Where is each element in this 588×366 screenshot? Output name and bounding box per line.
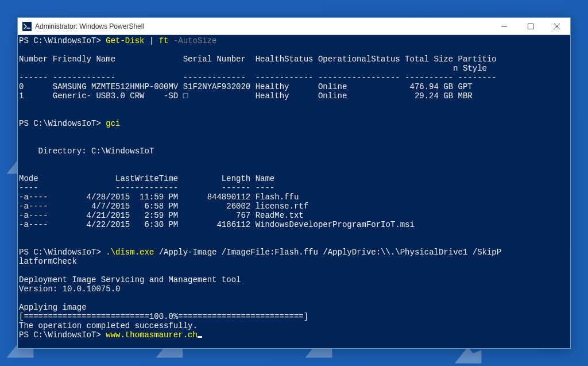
powershell-window: Administrator: Windows PowerShell PS C:\…: [17, 17, 571, 349]
window-title: Administrator: Windows PowerShell: [35, 22, 491, 30]
table-header: Number Friendly Name Serial Number Healt…: [19, 55, 497, 64]
svg-rect-2: [528, 24, 533, 29]
powershell-icon: [22, 22, 32, 31]
command-arg: latformCheck: [19, 257, 77, 266]
prompt: PS C:\WindowsIoT>: [19, 36, 106, 45]
maximize-icon: [528, 24, 533, 29]
pipe-text: |: [144, 36, 158, 45]
table-row: 1 Generic- USB3.0 CRW -SD □ Healthy Onli…: [19, 91, 473, 101]
maximize-button[interactable]: [517, 18, 544, 34]
table-row: -a---- 4/7/2015 6:58 PM 26002 license.rt…: [19, 202, 308, 211]
command-text: gci: [106, 119, 120, 128]
command-arg: /Apply-Image /ImageFile:Flash.ffu /Apply…: [154, 248, 501, 257]
output-line: Applying image: [19, 303, 87, 312]
close-button[interactable]: [544, 18, 570, 34]
table-row: -a---- 4/28/2015 11:59 PM 844890112 Flas…: [19, 192, 299, 202]
titlebar[interactable]: Administrator: Windows PowerShell: [18, 18, 570, 35]
table-divider: ------ ------------- ------------- -----…: [19, 73, 497, 82]
prompt: PS C:\WindowsIoT>: [19, 119, 106, 128]
output-line: Version: 10.0.10075.0: [19, 284, 120, 294]
directory-header: Directory: C:\WindowsIoT: [19, 147, 154, 156]
minimize-button[interactable]: [491, 18, 517, 34]
close-icon: [554, 24, 560, 29]
svg-rect-0: [22, 22, 32, 31]
table-row: -a---- 4/21/2015 2:59 PM 767 ReadMe.txt: [19, 211, 304, 220]
command-text: www.thomasmaurer.ch: [106, 330, 198, 340]
progress-bar-text: [==========================100.0%=======…: [19, 312, 308, 321]
desktop-background: Administrator: Windows PowerShell PS C:\…: [0, 0, 588, 366]
command-text: Get-Disk: [106, 36, 144, 45]
prompt: PS C:\WindowsIoT>: [19, 248, 106, 257]
table-row: 0 SAMSUNG MZMTE512HMHP-000MV S1F2NYAF932…: [19, 82, 473, 91]
command-text: .\dism.exe: [106, 248, 154, 257]
table-row: -a---- 4/22/2015 6:30 PM 4186112 Windows…: [19, 220, 415, 229]
prompt: PS C:\WindowsIoT>: [19, 330, 106, 340]
minimize-icon: [501, 24, 507, 29]
table-header: n Style: [19, 64, 487, 73]
titlebar-controls: [491, 18, 570, 34]
terminal-pane[interactable]: PS C:\WindowsIoT> Get-Disk | ft -AutoSiz…: [18, 35, 570, 348]
output-line: The operation completed successfully.: [19, 321, 198, 330]
text-cursor: [198, 336, 202, 338]
table-header: Mode LastWriteTime Length Name: [19, 174, 274, 183]
output-line: Deployment Image Servicing and Managemen…: [19, 275, 241, 284]
table-divider: ---- ------------- ------ ----: [19, 183, 274, 192]
command-text: ft: [159, 36, 169, 45]
command-arg: -AutoSize: [168, 36, 216, 45]
